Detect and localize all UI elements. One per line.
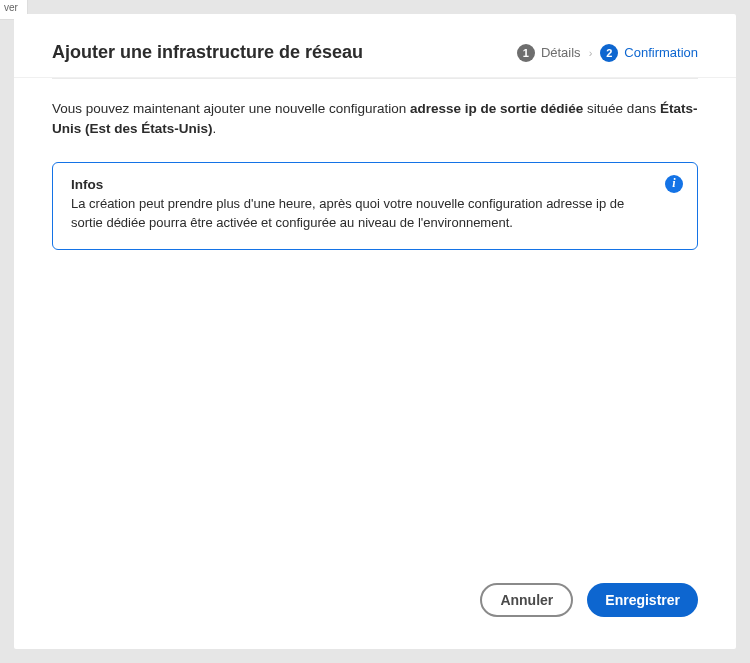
wizard-stepper: 1 Détails › 2 Confirmation — [517, 44, 698, 62]
step-badge-1: 1 — [517, 44, 535, 62]
chevron-right-icon: › — [589, 47, 593, 59]
info-icon: i — [665, 175, 683, 193]
modal-dialog: Ajouter une infrastructure de réseau 1 D… — [14, 14, 736, 649]
modal-header: Ajouter une infrastructure de réseau 1 D… — [14, 14, 736, 78]
modal-footer: Annuler Enregistrer — [14, 565, 736, 649]
info-alert: Infos La création peut prendre plus d'un… — [52, 162, 698, 250]
info-alert-title: Infos — [71, 177, 649, 192]
step-label-2: Confirmation — [624, 45, 698, 60]
step-confirmation[interactable]: 2 Confirmation — [600, 44, 698, 62]
modal-title: Ajouter une infrastructure de réseau — [52, 42, 363, 63]
config-type: adresse ip de sortie dédiée — [410, 101, 583, 116]
save-button[interactable]: Enregistrer — [587, 583, 698, 617]
step-badge-2: 2 — [600, 44, 618, 62]
summary-text: Vous pouvez maintenant ajouter une nouve… — [52, 99, 698, 140]
modal-body: Vous pouvez maintenant ajouter une nouve… — [14, 79, 736, 565]
info-alert-text: La création peut prendre plus d'une heur… — [71, 194, 649, 233]
step-details[interactable]: 1 Détails — [517, 44, 581, 62]
cancel-button[interactable]: Annuler — [480, 583, 573, 617]
step-label-1: Détails — [541, 45, 581, 60]
